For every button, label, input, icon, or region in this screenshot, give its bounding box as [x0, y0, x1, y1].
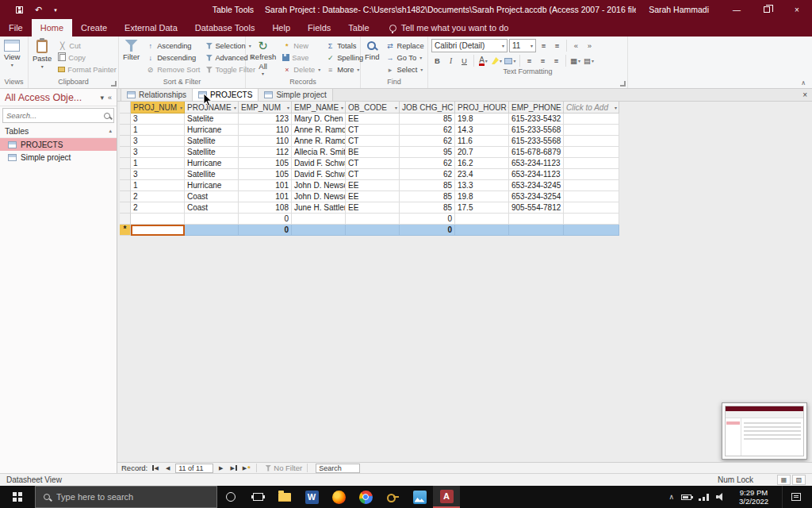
qat-customize-icon[interactable]: ▾ [54, 6, 57, 14]
column-dropdown-icon[interactable]: ▾ [234, 105, 236, 110]
cell[interactable]: 3 [131, 114, 185, 125]
column-dropdown-icon[interactable]: ▾ [180, 105, 182, 110]
datasheet-view-shortcut[interactable]: ▦ [777, 475, 791, 485]
cell[interactable]: 85 [400, 114, 455, 125]
cell[interactable]: 110 [239, 136, 292, 147]
goto-button[interactable]: → Go To [384, 52, 425, 63]
cell[interactable]: CT [346, 169, 400, 180]
cell[interactable] [564, 114, 619, 125]
totals-button[interactable]: Σ Totals [324, 40, 365, 51]
cell[interactable]: 62 [400, 125, 455, 136]
cell[interactable]: Hurricane [185, 180, 239, 191]
cell[interactable]: 85 [400, 180, 455, 191]
task-view-button[interactable] [244, 486, 271, 508]
new-blank-record-button[interactable]: ▶* [241, 464, 251, 473]
more-button[interactable]: ≡ More [324, 64, 365, 75]
cell[interactable]: 19.8 [455, 191, 509, 202]
clipboard-dialog-launcher[interactable] [111, 81, 117, 87]
record-position-box[interactable]: 11 of 11 [175, 464, 213, 473]
cell[interactable]: 13.3 [455, 180, 509, 191]
row-selector[interactable] [120, 191, 131, 202]
collapse-ribbon-icon[interactable]: ∧ [801, 79, 806, 87]
cell[interactable]: Anne R. Ramor [292, 136, 346, 147]
design-view-shortcut[interactable]: ▧ [792, 475, 806, 485]
column-header-click-to-add[interactable]: Click to Add▾ [564, 102, 619, 114]
cell[interactable]: 19.8 [455, 114, 509, 125]
bullets-button[interactable]: ≡ [538, 40, 550, 52]
cell[interactable]: 105 [239, 169, 292, 180]
firefox-button[interactable] [325, 486, 352, 508]
volume-icon[interactable] [716, 493, 726, 501]
cell[interactable]: 20.7 [455, 147, 509, 158]
numbering-button[interactable]: ≡ [551, 40, 563, 52]
chrome-button[interactable] [352, 486, 379, 508]
cell[interactable]: 17.5 [455, 202, 509, 214]
row-selector[interactable] [120, 180, 131, 191]
row-selector[interactable] [120, 158, 131, 169]
row-selector[interactable] [120, 147, 131, 158]
ribbon-tab-help[interactable]: Help [263, 19, 299, 37]
row-selector[interactable] [120, 202, 131, 214]
filter-button[interactable]: Filter [121, 39, 142, 62]
taskbar-search-input[interactable] [56, 492, 209, 502]
cell[interactable]: John D. Newso [292, 191, 346, 202]
cell[interactable]: 3 [131, 136, 185, 147]
cell[interactable]: 16.2 [455, 158, 509, 169]
cell[interactable]: BE [346, 147, 400, 158]
highlight-color-button[interactable] [491, 55, 503, 67]
ascending-button[interactable]: ↑ Ascending [144, 40, 201, 51]
minimize-button[interactable]: — [722, 0, 752, 19]
cell[interactable]: CT [346, 125, 400, 136]
cell[interactable]: 105 [239, 158, 292, 169]
cell[interactable]: 14.3 [455, 125, 509, 136]
refresh-all-button[interactable]: ↻ Refresh All [247, 39, 278, 77]
cell[interactable]: June H. Sattlen [292, 202, 346, 214]
select-button[interactable]: ▸ Select [384, 64, 425, 75]
access-taskbar-button[interactable]: A [433, 486, 460, 508]
column-header-job-chg-hc[interactable]: JOB CHG_HC▾ [400, 102, 455, 114]
cell[interactable] [292, 225, 346, 236]
undo-icon[interactable]: ↶ [35, 6, 42, 14]
cell[interactable]: Satellite [185, 136, 239, 147]
group-collapse-icon[interactable]: ▴ [109, 128, 112, 134]
cell[interactable]: 101 [239, 191, 292, 202]
file-explorer-button[interactable] [271, 486, 298, 508]
save-record-button[interactable]: Save [281, 52, 322, 63]
cell[interactable]: EE [346, 191, 400, 202]
cell[interactable]: 905-554-7812 [509, 202, 564, 214]
cell[interactable]: 0 [400, 214, 455, 225]
cell[interactable]: 1 [131, 158, 185, 169]
descending-button[interactable]: ↓ Descending [144, 52, 201, 63]
cell[interactable] [564, 136, 619, 147]
row-selector[interactable] [120, 169, 131, 180]
find-button[interactable]: Find [362, 39, 381, 62]
cell[interactable] [185, 214, 239, 225]
view-button[interactable]: View [2, 39, 22, 68]
gridlines-button[interactable]: ▦ [569, 55, 581, 67]
cell[interactable]: 112 [239, 147, 292, 158]
cell[interactable]: Allecia R. Smitl [292, 147, 346, 158]
signed-in-user[interactable]: Sarah Hammadi [649, 5, 709, 14]
cell[interactable]: 1 [131, 125, 185, 136]
cell[interactable]: 123 [239, 114, 292, 125]
previous-record-button[interactable]: ◀ [163, 464, 173, 473]
cell[interactable]: EE [346, 202, 400, 214]
cell[interactable] [564, 158, 619, 169]
close-button[interactable]: × [782, 0, 812, 19]
column-header-emp-phone[interactable]: EMP_PHONE▾ [509, 102, 564, 114]
ribbon-tab-external-data[interactable]: External Data [116, 19, 186, 37]
cell[interactable]: 615-678-6879 [509, 147, 564, 158]
decrease-indent-button[interactable]: « [570, 40, 582, 52]
cell[interactable]: Satelite [185, 114, 239, 125]
cell[interactable]: EE [346, 114, 400, 125]
cell[interactable]: 2 [131, 191, 185, 202]
cell[interactable]: 0 [239, 214, 292, 225]
cell[interactable]: Hurricane [185, 125, 239, 136]
cell[interactable] [292, 214, 346, 225]
cell[interactable]: Coast [185, 191, 239, 202]
navigation-search-input[interactable] [6, 111, 101, 120]
cell[interactable]: Hurricane [185, 158, 239, 169]
document-tab-projects[interactable]: PROJECTS [192, 88, 259, 101]
next-record-button[interactable]: ▶ [216, 464, 226, 473]
column-dropdown-icon[interactable]: ▾ [341, 105, 343, 110]
